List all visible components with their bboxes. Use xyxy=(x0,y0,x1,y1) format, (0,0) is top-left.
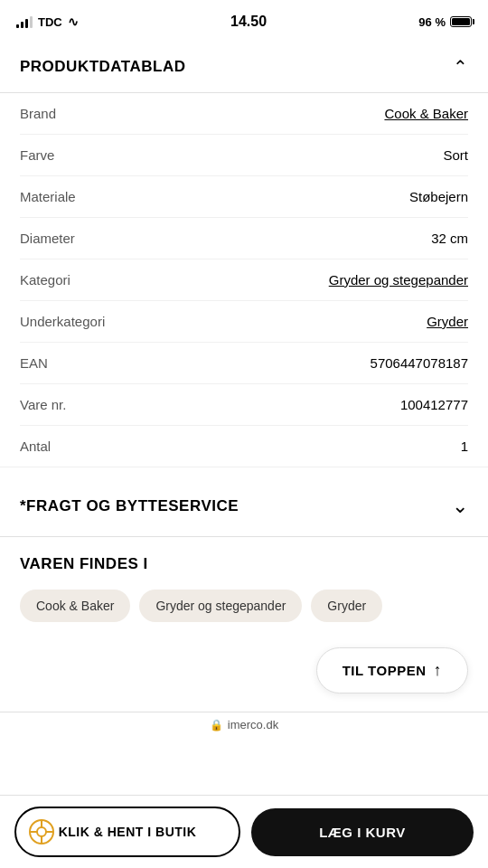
til-toppen-wrapper: TIL TOPPEN ↑ xyxy=(0,631,488,712)
svg-point-1 xyxy=(37,827,46,836)
varen-section: VAREN FINDES I Cook & Baker Gryder og st… xyxy=(0,537,488,631)
row-label-underkategori: Underkategori xyxy=(20,314,105,329)
tag-gryder-stegepander[interactable]: Gryder og stegepander xyxy=(139,590,302,622)
table-row: Vare nr. 100412777 xyxy=(20,384,468,426)
row-label-farve: Farve xyxy=(20,147,54,163)
laeg-i-kurv-button[interactable]: LÆG I KURV xyxy=(251,808,474,856)
battery-percent-label: 96 % xyxy=(418,15,446,29)
row-value-underkategori[interactable]: Gryder xyxy=(427,314,468,329)
row-value-materiale: Støbejern xyxy=(409,189,468,204)
table-row: Materiale Støbejern xyxy=(20,176,468,218)
row-value-farve: Sort xyxy=(443,147,468,163)
table-row: Antal 1 xyxy=(20,426,468,467)
tags-row: Cook & Baker Gryder og stegepander Gryde… xyxy=(20,590,468,622)
fragt-section[interactable]: *FRAGT OG BYTTESERVICE ⌄ xyxy=(0,476,488,537)
row-value-diameter: 32 cm xyxy=(431,231,468,246)
tag-gryder[interactable]: Gryder xyxy=(311,590,382,622)
row-label-antal: Antal xyxy=(20,439,51,454)
data-table: Brand Cook & Baker Farve Sort Materiale … xyxy=(0,93,488,467)
table-row: Diameter 32 cm xyxy=(20,218,468,259)
signal-icon xyxy=(16,15,33,28)
varen-title: VAREN FINDES I xyxy=(20,555,468,573)
row-value-varenr: 100412777 xyxy=(400,397,468,412)
table-row: Underkategori Gryder xyxy=(20,301,468,343)
fragt-title: *FRAGT OG BYTTESERVICE xyxy=(20,497,239,515)
table-row: Kategori Gryder og stegepander xyxy=(20,259,468,301)
table-row: Brand Cook & Baker xyxy=(20,93,468,135)
til-toppen-label: TIL TOPPEN xyxy=(343,663,427,678)
row-label-varenr: Vare nr. xyxy=(20,397,66,412)
status-time: 14.50 xyxy=(230,14,267,30)
klik-hent-button[interactable]: KLIK & HENT I BUTIK xyxy=(14,807,240,857)
til-toppen-button[interactable]: TIL TOPPEN ↑ xyxy=(316,647,468,693)
table-row: EAN 5706447078187 xyxy=(20,343,468,384)
status-carrier: TDC ∿ xyxy=(16,14,79,29)
row-label-materiale: Materiale xyxy=(20,189,76,204)
table-row: Farve Sort xyxy=(20,135,468,176)
carrier-label: TDC xyxy=(38,15,62,29)
klik-label: KLIK & HENT I BUTIK xyxy=(59,825,197,839)
status-bar: TDC ∿ 14.50 96 % xyxy=(0,0,488,40)
arrow-up-icon: ↑ xyxy=(434,661,443,680)
row-label-brand: Brand xyxy=(20,106,56,121)
store-icon xyxy=(29,819,54,844)
status-battery: 96 % xyxy=(418,15,472,29)
chevron-up-icon: ⌃ xyxy=(453,56,468,78)
chevron-down-icon: ⌄ xyxy=(452,495,468,518)
main-content: PRODUKTDATABLAD ⌃ Brand Cook & Baker Far… xyxy=(0,40,488,804)
wifi-icon: ∿ xyxy=(68,14,79,29)
row-value-kategori[interactable]: Gryder og stegepander xyxy=(329,272,468,288)
row-label-diameter: Diameter xyxy=(20,231,75,246)
row-value-ean: 5706447078187 xyxy=(371,355,468,371)
row-value-brand[interactable]: Cook & Baker xyxy=(384,106,468,121)
produktdatablad-header[interactable]: PRODUKTDATABLAD ⌃ xyxy=(0,40,488,93)
tag-cook-baker[interactable]: Cook & Baker xyxy=(20,590,130,622)
produktdatablad-title: PRODUKTDATABLAD xyxy=(20,58,185,76)
row-label-ean: EAN xyxy=(20,355,48,371)
row-value-antal: 1 xyxy=(461,439,468,454)
lock-icon: 🔒 xyxy=(210,719,223,731)
footer-url: 🔒 imerco.dk xyxy=(0,712,488,804)
bottom-bar: KLIK & HENT I BUTIK LÆG I KURV xyxy=(0,795,488,868)
laeg-label: LÆG I KURV xyxy=(319,825,406,840)
battery-icon xyxy=(450,16,472,27)
row-label-kategori: Kategori xyxy=(20,272,70,288)
footer-domain: imerco.dk xyxy=(228,718,278,731)
